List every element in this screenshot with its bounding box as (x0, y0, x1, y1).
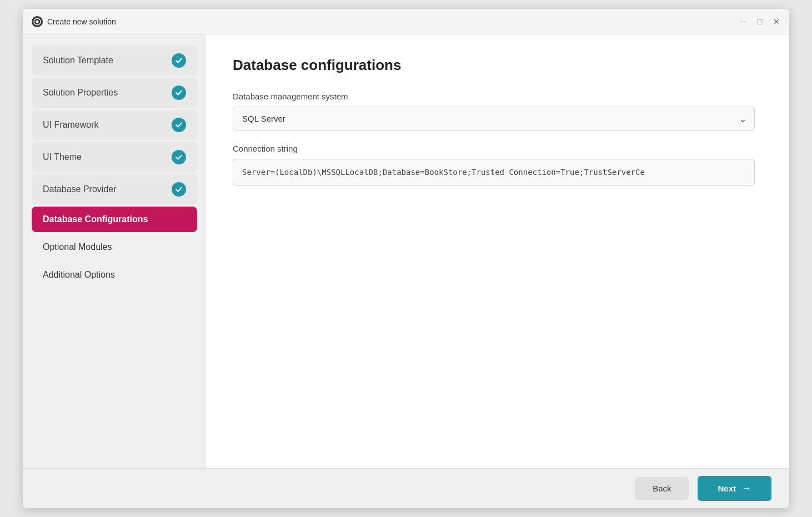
arrow-right-icon: → (741, 483, 751, 494)
sidebar-item-label: Solution Properties (43, 88, 118, 98)
db-management-select-wrapper: SQL Server PostgreSQL MySQL SQLite ⌄ (233, 107, 755, 130)
page-title: Database configurations (233, 57, 763, 74)
window-title: Create new solution (47, 17, 739, 26)
window-controls: ─ □ ✕ (739, 18, 780, 26)
title-bar: Create new solution ─ □ ✕ (23, 9, 789, 34)
sidebar-item-solution-template[interactable]: Solution Template (32, 46, 197, 76)
db-management-label: Database management system (233, 92, 763, 101)
check-icon-ui-framework (172, 118, 186, 132)
maximize-button[interactable]: □ (756, 18, 764, 26)
sidebar-item-label: UI Theme (43, 152, 82, 162)
sidebar-item-database-provider[interactable]: Database Provider (32, 174, 197, 204)
window-body: Solution Template Solution Properties UI… (23, 34, 789, 468)
sidebar-item-label: Database Configurations (43, 214, 148, 224)
check-icon-ui-theme (172, 150, 186, 164)
sidebar: Solution Template Solution Properties UI… (23, 34, 206, 468)
main-window: Create new solution ─ □ ✕ Solution Templ… (23, 9, 789, 508)
sidebar-item-additional-options[interactable]: Additional Options (32, 262, 197, 288)
check-icon-solution-properties (172, 86, 186, 100)
connection-string-label: Connection string (233, 144, 763, 153)
sidebar-item-solution-properties[interactable]: Solution Properties (32, 78, 197, 108)
sidebar-item-label: Solution Template (43, 56, 113, 66)
sidebar-item-ui-theme[interactable]: UI Theme (32, 142, 197, 172)
sidebar-item-database-configurations[interactable]: Database Configurations (32, 207, 197, 232)
sidebar-item-label: Optional Modules (43, 242, 112, 252)
sidebar-item-ui-framework[interactable]: UI Framework (32, 110, 197, 140)
db-management-group: Database management system SQL Server Po… (233, 92, 763, 130)
app-icon (32, 16, 43, 27)
check-icon-database-provider (172, 182, 186, 197)
main-content: Database configurations Database managem… (206, 34, 789, 468)
connection-string-input[interactable] (233, 159, 755, 185)
close-button[interactable]: ✕ (773, 18, 780, 26)
sidebar-item-label: Additional Options (43, 270, 115, 280)
minimize-button[interactable]: ─ (739, 18, 747, 26)
connection-string-group: Connection string (233, 144, 763, 185)
sidebar-item-optional-modules[interactable]: Optional Modules (32, 234, 197, 260)
back-button[interactable]: Back (635, 477, 689, 500)
sidebar-item-label: UI Framework (43, 120, 98, 130)
sidebar-item-label: Database Provider (43, 184, 117, 194)
next-button[interactable]: Next → (698, 476, 771, 501)
check-icon-solution-template (172, 53, 186, 68)
db-management-select[interactable]: SQL Server PostgreSQL MySQL SQLite (233, 107, 755, 130)
footer: Back Next → (23, 468, 789, 508)
svg-point-1 (36, 20, 39, 23)
next-label: Next (718, 484, 736, 493)
